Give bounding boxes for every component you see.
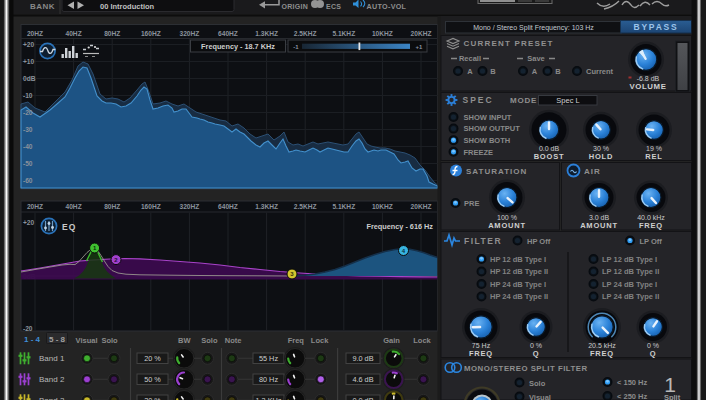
svg-text:-1: -1 — [293, 44, 299, 50]
svg-text:FREEZE: FREEZE — [464, 148, 494, 157]
svg-text:Lock: Lock — [413, 336, 431, 345]
svg-text:BYPASS: BYPASS — [633, 22, 678, 32]
svg-text:AMOUNT: AMOUNT — [488, 221, 526, 230]
svg-text:AUTO-VOL: AUTO-VOL — [367, 2, 407, 11]
svg-text:Current: Current — [586, 67, 614, 76]
svg-text:10KHZ: 10KHZ — [372, 30, 393, 37]
svg-text:SPEC: SPEC — [463, 95, 494, 105]
svg-text:FREQ: FREQ — [590, 349, 614, 358]
svg-text:Gain: Gain — [383, 336, 400, 345]
svg-text:CURRENT PRESET: CURRENT PRESET — [464, 39, 554, 48]
svg-text:BANK: BANK — [30, 2, 55, 11]
svg-text:20 %: 20 % — [144, 396, 161, 400]
svg-text:40HZ: 40HZ — [66, 203, 82, 210]
svg-text:A: A — [532, 67, 538, 76]
svg-text:5.1KHZ: 5.1KHZ — [332, 30, 355, 37]
svg-text:+10: +10 — [23, 58, 35, 65]
svg-text:80HZ: 80HZ — [104, 203, 120, 210]
svg-text:320HZ: 320HZ — [180, 30, 200, 37]
svg-text:FREQ: FREQ — [469, 349, 493, 358]
svg-text:160HZ: 160HZ — [141, 30, 161, 37]
svg-text:Q: Q — [650, 349, 657, 358]
svg-text:HP 24 dB Type II: HP 24 dB Type II — [490, 292, 548, 301]
svg-text:80HZ: 80HZ — [104, 30, 120, 37]
svg-text:20HZ: 20HZ — [27, 30, 43, 37]
svg-text:VOLUME: VOLUME — [630, 82, 667, 91]
svg-text:5.1KHZ: 5.1KHZ — [332, 203, 355, 210]
svg-text:Split: Split — [664, 393, 681, 400]
svg-text:Freq: Freq — [288, 336, 305, 345]
svg-text:4.6 dB: 4.6 dB — [352, 375, 373, 384]
svg-text:Note: Note — [225, 336, 242, 345]
svg-text:A: A — [467, 67, 473, 76]
svg-text:B: B — [555, 67, 561, 76]
svg-text:640HZ: 640HZ — [218, 30, 238, 37]
svg-text:50 %: 50 % — [144, 375, 161, 384]
svg-text:+20: +20 — [23, 219, 35, 226]
svg-text:Visual: Visual — [76, 336, 98, 345]
svg-text:Save: Save — [527, 54, 545, 63]
svg-text:+1: +1 — [416, 44, 424, 50]
svg-text:0.0 dB: 0.0 dB — [352, 396, 373, 400]
svg-text:9.0 dB: 9.0 dB — [352, 354, 373, 363]
svg-text:BW: BW — [178, 336, 191, 345]
svg-text:80 Hz: 80 Hz — [259, 375, 278, 384]
svg-text:ECS: ECS — [326, 3, 341, 10]
svg-text:Recall: Recall — [459, 54, 481, 63]
svg-text:+20: +20 — [23, 41, 35, 48]
svg-text:20HZ: 20HZ — [27, 203, 43, 210]
svg-text:1 - 4: 1 - 4 — [24, 335, 41, 344]
svg-text:0 %: 0 % — [530, 342, 542, 349]
svg-text:640HZ: 640HZ — [218, 203, 238, 210]
svg-text:PRE: PRE — [464, 199, 479, 208]
svg-text:Frequency - 18.7 KHz: Frequency - 18.7 KHz — [201, 42, 275, 51]
svg-text:LP 12 dB Type I: LP 12 dB Type I — [602, 255, 657, 264]
svg-text:SHOW INPUT: SHOW INPUT — [464, 113, 512, 122]
svg-text:55 Hz: 55 Hz — [259, 354, 278, 363]
svg-text:LP 24 dB Type I: LP 24 dB Type I — [602, 280, 657, 289]
svg-text:1.3KHZ: 1.3KHZ — [255, 203, 278, 210]
svg-text:HP 24 dB Type I: HP 24 dB Type I — [490, 280, 546, 289]
svg-text:0dB: 0dB — [23, 75, 36, 82]
svg-text:LP Off: LP Off — [640, 237, 663, 246]
svg-text:-10: -10 — [23, 92, 33, 99]
svg-text:Mono / Stereo Split Frequency:: Mono / Stereo Split Frequency: 103 Hz — [473, 24, 594, 32]
svg-text:10KHZ: 10KHZ — [372, 203, 393, 210]
svg-text:0.0 dB: 0.0 dB — [539, 145, 560, 152]
svg-text:Solo: Solo — [201, 336, 218, 345]
svg-text:-50: -50 — [23, 160, 33, 167]
svg-text:Band 2: Band 2 — [39, 375, 65, 384]
svg-text:-60: -60 — [23, 177, 33, 184]
svg-text:Band 1: Band 1 — [39, 354, 65, 363]
svg-text:20KHZ: 20KHZ — [411, 30, 432, 37]
svg-text:40HZ: 40HZ — [66, 30, 82, 37]
svg-text:FREQ: FREQ — [639, 221, 663, 230]
svg-text:Visual: Visual — [529, 393, 551, 400]
svg-text:< 150 Hz: < 150 Hz — [617, 378, 647, 387]
svg-text:REL: REL — [645, 152, 662, 161]
svg-text:320HZ: 320HZ — [180, 203, 200, 210]
svg-text:SHOW BOTH: SHOW BOTH — [464, 136, 511, 145]
svg-text:HP 12 dB Type II: HP 12 dB Type II — [490, 267, 548, 276]
svg-text:B: B — [490, 67, 496, 76]
svg-text:SHOW OUTPUT: SHOW OUTPUT — [464, 124, 521, 133]
svg-text:1.3 KHz: 1.3 KHz — [256, 396, 282, 400]
svg-text:AIR: AIR — [584, 167, 601, 176]
svg-text:Spec L: Spec L — [556, 96, 579, 105]
svg-text:Band 3: Band 3 — [39, 396, 65, 400]
svg-text:19 %: 19 % — [646, 145, 662, 152]
svg-text:Solo: Solo — [529, 379, 546, 388]
svg-text:5 - 8: 5 - 8 — [49, 335, 66, 344]
svg-text:Frequency - 616 Hz: Frequency - 616 Hz — [366, 222, 433, 231]
svg-text:-40: -40 — [23, 143, 33, 150]
svg-text:Solo: Solo — [101, 336, 118, 345]
svg-text:-30: -30 — [23, 126, 33, 133]
svg-text:LP 24 dB Type II: LP 24 dB Type II — [602, 292, 659, 301]
svg-text:1.3KHZ: 1.3KHZ — [255, 30, 278, 37]
svg-text:30 %: 30 % — [593, 145, 609, 152]
svg-text:Lock: Lock — [311, 336, 329, 345]
svg-text:FILTER: FILTER — [464, 236, 502, 246]
svg-text:ORIGIN: ORIGIN — [282, 3, 309, 10]
svg-text:MODE: MODE — [510, 96, 537, 105]
svg-text:-6.8 dB: -6.8 dB — [637, 75, 660, 82]
